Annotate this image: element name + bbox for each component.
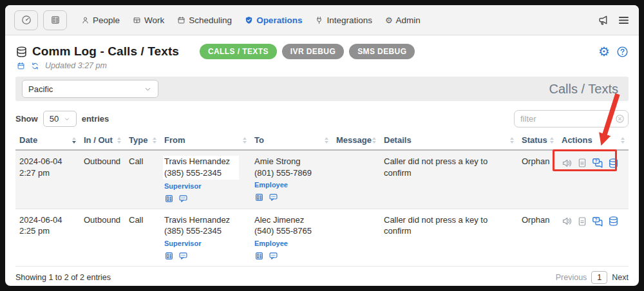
database-icon[interactable] bbox=[608, 158, 619, 169]
type-cell: Call bbox=[125, 209, 160, 266]
details-cell: Caller did not press a key to confirm bbox=[380, 209, 518, 266]
date-cell: 2024-06-042:25 pm bbox=[15, 209, 80, 266]
page-size-control: Show 50 entries bbox=[15, 111, 109, 127]
contact-card-icon[interactable] bbox=[254, 192, 264, 202]
status-cell: Orphan bbox=[518, 209, 558, 266]
nav-item-admin[interactable]: ⚙Admin bbox=[385, 15, 421, 25]
document-icon[interactable] bbox=[577, 158, 587, 168]
timezone-select[interactable]: Pacific bbox=[22, 80, 158, 98]
sort-icon bbox=[243, 137, 247, 144]
top-nav: People Work Scheduling Operations Integr… bbox=[5, 5, 639, 35]
header-icons: ⚙ bbox=[598, 45, 629, 58]
app-window: People Work Scheduling Operations Integr… bbox=[5, 5, 639, 286]
col-header-type[interactable]: Type bbox=[125, 133, 160, 150]
settings-gear-icon[interactable]: ⚙ bbox=[598, 45, 610, 58]
role-label: Employee bbox=[254, 180, 328, 190]
show-label: Show bbox=[15, 114, 38, 124]
col-header-status[interactable]: Status bbox=[518, 133, 558, 150]
deskphone-icon bbox=[50, 15, 61, 25]
col-header-to[interactable]: To bbox=[251, 133, 332, 150]
chat-question-icon[interactable] bbox=[592, 216, 603, 227]
details-cell: Caller did not press a key to confirm bbox=[380, 150, 518, 209]
plug-icon bbox=[315, 16, 323, 24]
ivr-debug-badge[interactable]: IVR DEBUG bbox=[282, 44, 344, 59]
status-cell: Orphan bbox=[518, 150, 558, 209]
chat-icon[interactable] bbox=[269, 251, 278, 261]
sort-icon bbox=[117, 137, 121, 144]
table-controls: Show 50 entries bbox=[15, 110, 629, 127]
volume-icon[interactable] bbox=[562, 216, 573, 227]
page-header: Comm Log - Calls / Texts CALLS / TEXTS I… bbox=[15, 44, 629, 59]
help-icon[interactable] bbox=[616, 46, 629, 58]
view-label: Calls / Texts bbox=[549, 82, 622, 97]
message-cell bbox=[332, 150, 380, 209]
role-label: Supervisor bbox=[164, 182, 247, 191]
nav-item-work[interactable]: Work bbox=[133, 15, 164, 25]
phone-system-button[interactable] bbox=[43, 10, 67, 30]
updated-text: Updated 3:27 pm bbox=[45, 61, 107, 70]
nav-item-integrations[interactable]: Integrations bbox=[315, 15, 372, 25]
chat-icon[interactable] bbox=[178, 251, 188, 261]
nav-label: People bbox=[93, 15, 120, 25]
database-icon[interactable] bbox=[608, 216, 619, 227]
megaphone-icon[interactable] bbox=[596, 14, 609, 26]
message-cell bbox=[332, 209, 380, 266]
contact-card-icon[interactable] bbox=[164, 251, 174, 261]
dashboard-button[interactable] bbox=[14, 10, 38, 30]
volume-icon[interactable] bbox=[562, 158, 573, 169]
col-header-actions[interactable]: Actions bbox=[558, 133, 629, 150]
role-label: Employee bbox=[254, 239, 328, 249]
sort-icon bbox=[72, 137, 76, 144]
actions-cell bbox=[558, 150, 629, 209]
date-cell: 2024-06-042:27 pm bbox=[15, 150, 80, 209]
col-header-from[interactable]: From bbox=[160, 133, 251, 150]
sort-icon bbox=[621, 137, 625, 144]
table-footer: Showing 1 to 2 of 2 entries Previous 1 N… bbox=[15, 271, 629, 284]
next-page-button[interactable]: Next bbox=[612, 273, 629, 282]
sms-debug-badge[interactable]: SMS DEBUG bbox=[349, 44, 415, 59]
timezone-value: Pacific bbox=[28, 84, 53, 94]
chat-icon[interactable] bbox=[178, 194, 188, 203]
page-number-button[interactable]: 1 bbox=[591, 271, 607, 284]
nav-item-scheduling[interactable]: Scheduling bbox=[177, 15, 232, 25]
chevron-down-icon bbox=[144, 85, 152, 93]
chat-question-icon[interactable] bbox=[592, 157, 603, 169]
database-icon bbox=[15, 46, 28, 58]
previous-page-button[interactable]: Previous bbox=[556, 273, 587, 282]
filter-control bbox=[514, 110, 629, 127]
table-row: 2024-06-042:25 pm Outbound Call Travis H… bbox=[15, 209, 629, 266]
document-icon[interactable] bbox=[577, 216, 587, 227]
person-icon bbox=[81, 16, 90, 24]
contact-card-icon[interactable] bbox=[164, 194, 174, 203]
col-header-message[interactable]: Message bbox=[332, 133, 380, 150]
from-cell: Travis Hernandez(385) 555-2345 Superviso… bbox=[160, 150, 251, 209]
sort-icon bbox=[153, 137, 156, 144]
filter-input[interactable] bbox=[514, 110, 629, 127]
filter-toolbar: Pacific Calls / Texts bbox=[15, 77, 629, 101]
calls-texts-badge[interactable]: CALLS / TEXTS bbox=[200, 44, 277, 59]
col-header-date[interactable]: Date bbox=[15, 133, 80, 150]
refresh-icon[interactable] bbox=[31, 62, 39, 70]
main-menu: People Work Scheduling Operations Integr… bbox=[81, 15, 421, 25]
table-header-row: Date In / Out Type From To Message Detai… bbox=[15, 133, 629, 150]
nav-item-people[interactable]: People bbox=[81, 15, 120, 25]
calendar-icon[interactable] bbox=[17, 62, 25, 70]
to-cell: Alec Jimenez(540) 555-8765 Employee bbox=[251, 209, 332, 266]
clear-circle-icon[interactable] bbox=[615, 114, 625, 124]
screenshot-frame: People Work Scheduling Operations Integr… bbox=[0, 0, 644, 291]
chat-icon[interactable] bbox=[269, 192, 278, 202]
view-badges: CALLS / TEXTS IVR DEBUG SMS DEBUG bbox=[200, 44, 415, 59]
sort-icon bbox=[372, 137, 376, 144]
col-header-in-out[interactable]: In / Out bbox=[80, 133, 125, 150]
menu-icon[interactable] bbox=[618, 14, 630, 26]
nav-item-operations[interactable]: Operations bbox=[245, 15, 302, 25]
page-size-select[interactable]: 50 bbox=[43, 111, 77, 127]
col-header-details[interactable]: Details bbox=[380, 133, 518, 150]
direction-cell: Outbound bbox=[80, 209, 125, 266]
to-cell: Amie Strong(801) 555-7869 Employee bbox=[251, 150, 332, 209]
calendar-icon bbox=[177, 16, 185, 24]
nav-label: Scheduling bbox=[189, 15, 232, 25]
nav-label: Work bbox=[144, 15, 164, 25]
nav-label: Operations bbox=[256, 15, 302, 25]
contact-card-icon[interactable] bbox=[254, 251, 264, 261]
